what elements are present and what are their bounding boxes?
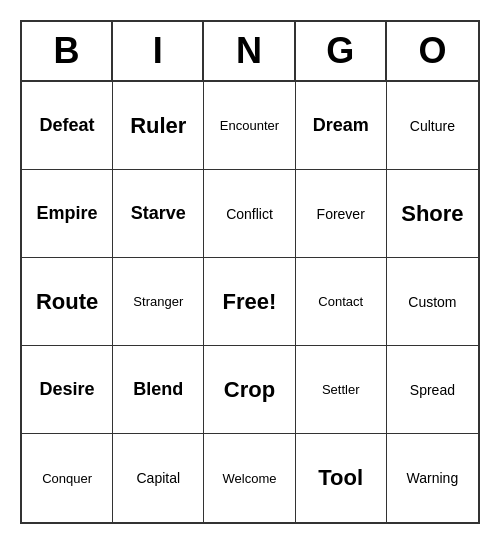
- bingo-cell-7[interactable]: Conflict: [204, 170, 295, 258]
- bingo-cell-4[interactable]: Culture: [387, 82, 478, 170]
- header-letter-g: G: [296, 22, 387, 80]
- bingo-cell-23[interactable]: Tool: [296, 434, 387, 522]
- bingo-cell-12[interactable]: Free!: [204, 258, 295, 346]
- bingo-cell-5[interactable]: Empire: [22, 170, 113, 258]
- header-letter-i: I: [113, 22, 204, 80]
- bingo-cell-16[interactable]: Blend: [113, 346, 204, 434]
- bingo-grid: DefeatRulerEncounterDreamCultureEmpireSt…: [22, 82, 478, 522]
- bingo-cell-18[interactable]: Settler: [296, 346, 387, 434]
- bingo-cell-20[interactable]: Conquer: [22, 434, 113, 522]
- header-letter-o: O: [387, 22, 478, 80]
- header-letter-n: N: [204, 22, 295, 80]
- bingo-cell-13[interactable]: Contact: [296, 258, 387, 346]
- bingo-cell-8[interactable]: Forever: [296, 170, 387, 258]
- bingo-cell-6[interactable]: Starve: [113, 170, 204, 258]
- bingo-cell-22[interactable]: Welcome: [204, 434, 295, 522]
- bingo-header: BINGO: [22, 22, 478, 82]
- bingo-cell-19[interactable]: Spread: [387, 346, 478, 434]
- bingo-cell-0[interactable]: Defeat: [22, 82, 113, 170]
- bingo-cell-9[interactable]: Shore: [387, 170, 478, 258]
- bingo-cell-3[interactable]: Dream: [296, 82, 387, 170]
- bingo-cell-2[interactable]: Encounter: [204, 82, 295, 170]
- bingo-cell-21[interactable]: Capital: [113, 434, 204, 522]
- bingo-card: BINGO DefeatRulerEncounterDreamCultureEm…: [20, 20, 480, 524]
- header-letter-b: B: [22, 22, 113, 80]
- bingo-cell-10[interactable]: Route: [22, 258, 113, 346]
- bingo-cell-17[interactable]: Crop: [204, 346, 295, 434]
- bingo-cell-24[interactable]: Warning: [387, 434, 478, 522]
- bingo-cell-14[interactable]: Custom: [387, 258, 478, 346]
- bingo-cell-15[interactable]: Desire: [22, 346, 113, 434]
- bingo-cell-1[interactable]: Ruler: [113, 82, 204, 170]
- bingo-cell-11[interactable]: Stranger: [113, 258, 204, 346]
